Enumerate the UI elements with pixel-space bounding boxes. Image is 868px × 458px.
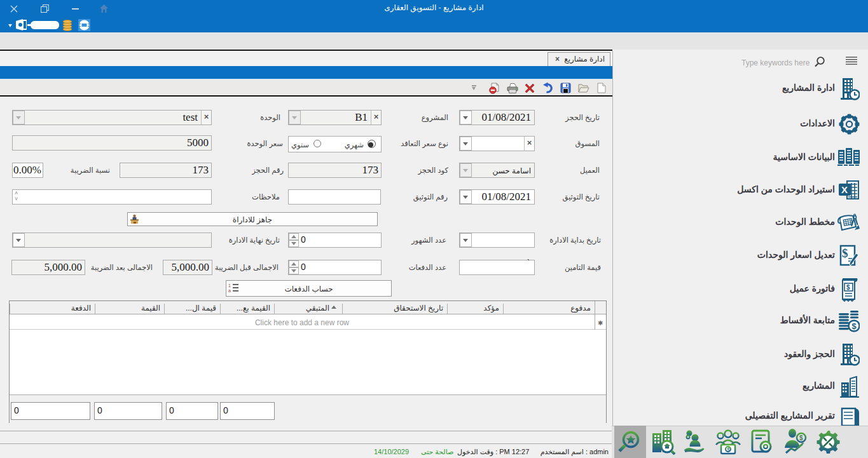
svg-text:a: a	[228, 288, 231, 293]
svg-text:$: $	[842, 246, 848, 260]
svg-text:X: X	[841, 184, 848, 195]
svg-text:1: 1	[228, 283, 231, 288]
svg-text:$: $	[727, 447, 730, 453]
svg-text:$: $	[852, 321, 857, 331]
svg-text:$: $	[846, 284, 850, 291]
svg-text:$: $	[799, 434, 803, 441]
